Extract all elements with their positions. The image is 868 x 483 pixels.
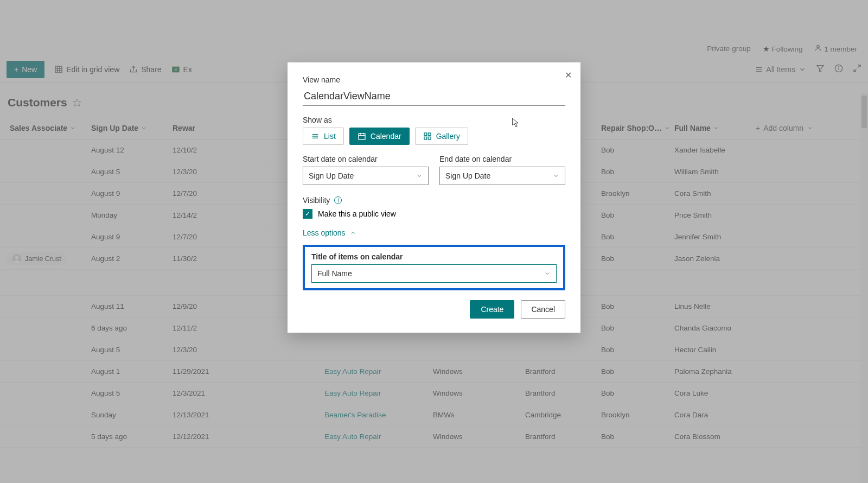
chevron-down-icon [553,173,559,179]
svg-rect-23 [359,134,365,139]
view-name-label: View name [303,75,565,84]
chevron-down-icon [416,173,423,179]
svg-rect-29 [424,137,427,139]
view-name-input[interactable] [303,87,565,106]
calendar-icon [358,132,366,141]
start-date-label: Start date on calendar [303,155,429,163]
show-as-gallery[interactable]: Gallery [415,128,468,145]
create-view-dialog: ✕ View name Show as List Calendar Galler… [288,62,580,333]
end-date-label: End date on calendar [439,155,565,163]
cancel-button[interactable]: Cancel [521,300,565,319]
public-view-checkbox-row[interactable]: ✓ Make this a public view [303,209,565,219]
visibility-label: Visibility [303,196,330,205]
show-as-label: Show as [303,116,565,124]
svg-rect-27 [424,133,427,136]
list-lines-icon [311,132,320,141]
svg-rect-28 [428,133,431,136]
chevron-down-icon [544,270,551,277]
end-date-select[interactable]: Sign Up Date [439,167,565,185]
show-as-list[interactable]: List [303,128,344,145]
less-options-toggle[interactable]: Less options [303,228,565,237]
close-button[interactable]: ✕ [565,70,572,80]
checkbox-checked-icon: ✓ [303,209,312,219]
close-icon: ✕ [565,71,572,80]
show-as-calendar[interactable]: Calendar [349,128,410,145]
chevron-up-icon [350,230,356,236]
show-as-group: List Calendar Gallery [303,128,565,145]
title-of-items-highlight: Title of items on calendar Full Name [303,245,565,290]
info-tooltip-icon[interactable]: i [334,196,342,204]
title-items-label: Title of items on calendar [311,252,557,261]
public-view-label: Make this a public view [318,209,396,218]
svg-rect-30 [428,137,431,139]
create-button[interactable]: Create [470,300,514,319]
modal-overlay: ✕ View name Show as List Calendar Galler… [0,0,868,483]
start-date-select[interactable]: Sign Up Date [303,167,429,185]
gallery-icon [423,132,432,141]
title-items-select[interactable]: Full Name [311,264,557,283]
